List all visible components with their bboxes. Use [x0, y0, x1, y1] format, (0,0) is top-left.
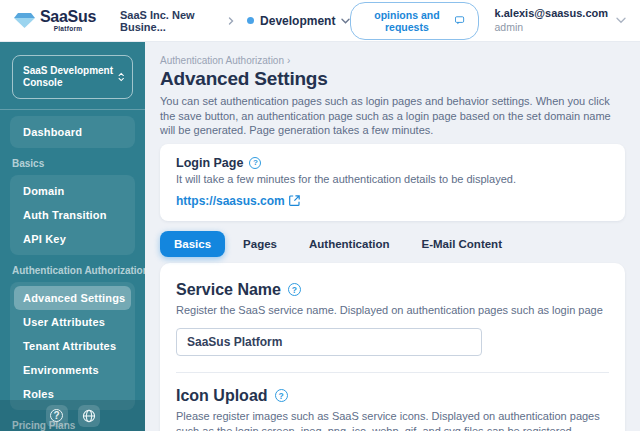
feedback-button-label: opinions and requests [364, 9, 449, 33]
chevron-right-icon [227, 17, 235, 25]
service-name-title: Service Name [176, 281, 281, 299]
section-divider [176, 372, 609, 373]
language-button[interactable] [78, 405, 100, 427]
tab-basics[interactable]: Basics [160, 231, 225, 257]
user-role: admin [495, 21, 608, 34]
select-carets-icon [118, 71, 124, 83]
gem-icon [14, 12, 35, 29]
login-page-link[interactable]: https://saasus.com [176, 194, 300, 208]
main-content: Authentication Authorization › Advanced … [145, 42, 640, 431]
help-icon[interactable]: ? [275, 389, 288, 402]
settings-card: Service Name ? Register the SaaS service… [160, 263, 625, 431]
user-email: k.alexis@saasus.com [495, 7, 608, 21]
app-logo[interactable]: SaaSus Platform [14, 9, 96, 33]
top-header: SaaSus Platform SaaS Inc. New Busine... … [0, 0, 640, 42]
chevron-right-icon: › [287, 55, 290, 66]
login-page-card: Login Page ? It will take a few minutes … [160, 144, 625, 221]
tab-authentication[interactable]: Authentication [295, 231, 404, 257]
tab-bar: Basics Pages Authentication E-Mail Conte… [160, 231, 625, 257]
console-selector[interactable]: SaaS Development Console [12, 55, 133, 99]
help-icon[interactable]: ? [249, 157, 261, 169]
user-menu[interactable]: k.alexis@saasus.com admin [495, 7, 626, 34]
sidebar-section-basics: Basics [12, 158, 133, 169]
breadcrumb-label: Authentication Authorization [160, 55, 284, 66]
service-name-description: Register the SaaS service name. Displaye… [176, 303, 609, 318]
external-link-icon [289, 195, 300, 206]
sidebar-divider [0, 109, 145, 110]
chevron-down-icon [616, 17, 626, 24]
environment-dropdown[interactable]: Development [247, 14, 350, 28]
sidebar-item-auth-transition[interactable]: Auth Transition [14, 203, 131, 227]
help-icon: ? [50, 409, 63, 422]
environment-status-dot [247, 17, 254, 24]
tab-email-content[interactable]: E-Mail Content [407, 231, 516, 257]
sidebar-item-domain[interactable]: Domain [14, 179, 131, 203]
help-icon[interactable]: ? [288, 283, 301, 296]
page-title: Advanced Settings [160, 68, 625, 90]
sidebar-item-api-key[interactable]: API Key [14, 227, 131, 251]
sidebar-item-user-attributes[interactable]: User Attributes [14, 310, 131, 334]
sidebar-item-advanced-settings[interactable]: Advanced Settings [14, 286, 131, 310]
login-page-note: It will take a few minutes for the authe… [176, 173, 609, 185]
breadcrumb[interactable]: Authentication Authorization › [160, 55, 625, 66]
brand-subtitle: Platform [40, 26, 96, 33]
nav-group-basics: Domain Auth Transition API Key [10, 175, 135, 255]
chat-bubble-icon [455, 15, 464, 26]
page-description: You can set authentication pages such as… [160, 94, 625, 138]
tenant-breadcrumb[interactable]: SaaS Inc. New Busine... [120, 9, 215, 33]
sidebar: SaaS Development Console Dashboard Basic… [0, 42, 145, 431]
nav-group-dashboard: Dashboard [10, 116, 135, 148]
sidebar-footer: ? [0, 400, 145, 431]
icon-upload-description: Please register images such as SaaS serv… [176, 409, 609, 431]
sidebar-section-auth-authorization: Authentication Authorization [12, 265, 133, 276]
login-page-title: Login Page [176, 156, 243, 170]
icon-upload-title: Icon Upload [176, 387, 268, 405]
chevron-down-icon [341, 18, 350, 24]
globe-icon [82, 409, 96, 423]
brand-name: SaaSus [40, 9, 96, 25]
environment-label: Development [260, 14, 335, 28]
sidebar-item-environments[interactable]: Environments [14, 358, 131, 382]
console-selector-label: SaaS Development Console [23, 65, 118, 89]
sidebar-item-tenant-attributes[interactable]: Tenant Attributes [14, 334, 131, 358]
login-page-url: https://saasus.com [176, 194, 285, 208]
nav-group-auth: Advanced Settings User Attributes Tenant… [10, 282, 135, 410]
tab-pages[interactable]: Pages [229, 231, 291, 257]
service-name-input[interactable] [176, 328, 482, 356]
help-button[interactable]: ? [46, 405, 68, 427]
sidebar-item-dashboard[interactable]: Dashboard [14, 120, 131, 144]
feedback-button[interactable]: opinions and requests [350, 2, 478, 40]
